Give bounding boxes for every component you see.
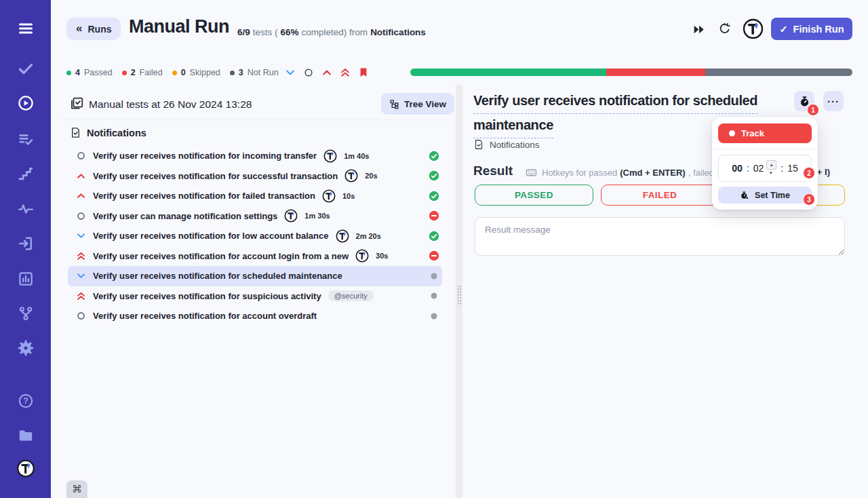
testomat-logo-icon [336,229,349,243]
run-progress-bar [410,69,852,76]
circle-filter-icon[interactable] [303,67,314,78]
run-progress-summary: 6/9 tests ( 66% completed) from Notifica… [237,27,426,37]
status-dot-icon [230,71,235,75]
more-options-button[interactable]: ··· [823,91,844,111]
counter-skipped[interactable]: 0Skipped [172,68,220,77]
status-passed-icon [429,170,439,181]
status-notrun-icon [429,271,439,282]
progress-segment-notrun [705,69,852,76]
sidebar-activity-icon[interactable] [18,201,34,217]
test-row[interactable]: Verify user receives notification for sc… [68,266,442,286]
test-row[interactable]: Verify user receives notification for lo… [68,226,442,246]
double-chevron-up-filter-icon[interactable] [340,67,351,78]
result-message-input[interactable] [475,217,845,256]
stepper-up-icon[interactable]: ▲ [766,160,776,170]
record-dot-icon [729,130,735,136]
minutes-field[interactable]: 02 [753,163,764,174]
test-title: Verify user receives notification for fa… [93,191,315,201]
status-passed-icon [429,151,439,161]
status-passed-icon [429,191,439,202]
tree-view-button[interactable]: Tree View [381,93,454,115]
time-input[interactable]: 00 : 02 ▲ ▼ : 15 2 [718,155,812,182]
test-row[interactable]: Verify user receives notification for su… [68,166,442,187]
track-time-button[interactable]: Track [718,123,812,143]
stopwatch-gear-icon [740,191,749,200]
panel-splitter[interactable] [456,85,462,498]
counter-failed[interactable]: 2Failed [122,68,163,77]
command-icon: ⌘ [72,483,82,495]
testomat-logo-icon [322,189,336,203]
priority-circle-icon [76,151,86,161]
step-badge-3: 3 [803,193,815,206]
detail-suite-row[interactable]: Notifications [473,139,540,150]
status-dot-icon [172,71,177,75]
chevron-up-filter-icon[interactable] [321,67,332,78]
test-row[interactable]: Verify user receives notification for fa… [68,186,442,206]
keyboard-icon [526,167,539,178]
test-row[interactable]: Verify user receives notification for su… [68,286,442,307]
timer-popup: Track 00 : 02 ▲ ▼ : 15 2 Set Time 3 [712,117,818,210]
minutes-stepper[interactable]: ▲ ▼ [766,160,776,177]
hours-field[interactable]: 00 [732,163,743,174]
test-tag[interactable]: @security [328,290,374,301]
status-counters: 4Passed2Failed0Skipped3Not Run [66,68,279,77]
sidebar-logo-icon[interactable] [16,459,35,478]
passed-button[interactable]: PASSED [475,185,593,206]
chevron-down-filter-icon[interactable] [285,67,296,78]
timer-history-icon[interactable] [718,22,731,35]
finish-run-button[interactable]: ✓ Finish Run [771,18,852,40]
test-duration: 2m 20s [356,232,381,240]
testomat-logo-icon[interactable] [743,18,764,39]
failed-button[interactable]: FAILED [601,185,719,206]
priority-double-up-icon [76,291,86,301]
test-title: Verify user receives notification for sc… [93,271,342,281]
sidebar-bar-chart-icon[interactable] [18,271,34,287]
run-title: Manual tests at 26 Nov 2024 13:28 [89,98,252,111]
status-failed-icon [429,210,439,221]
test-row[interactable]: Verify user can manage notification sett… [68,206,442,227]
timer-button[interactable]: 1 [794,91,814,111]
testomat-logo-icon [344,169,358,183]
run-checklist-icon [70,96,84,111]
priority-circle-icon [76,311,86,321]
counter-passed[interactable]: 4Passed [66,68,113,77]
skip-forward-icon[interactable] [692,23,705,36]
counter-not-run[interactable]: 3Not Run [230,68,279,77]
back-to-runs-button[interactable]: « Runs [66,18,121,40]
test-row[interactable]: Verify user receives notification for in… [68,146,442,166]
sidebar-steps-icon[interactable] [18,166,34,182]
tests-fraction: 6/9 [237,27,250,37]
test-list: Verify user receives notification for in… [68,146,442,326]
test-duration: 1m 30s [304,212,330,220]
priority-up-icon [76,191,86,201]
app-root: ? « Runs Manual Run 6/9 tests ( 66% comp… [0,0,868,498]
panel-divider [61,119,449,120]
test-duration: 10s [342,192,355,200]
sidebar-list-check-icon[interactable] [18,131,34,147]
testomat-logo-icon [323,149,337,163]
test-row[interactable]: Verify user receives notification for ac… [68,246,442,267]
suite-header[interactable]: Notifications [70,127,146,138]
splitter-drag-handle[interactable] [457,285,462,305]
status-notrun-icon [429,311,439,322]
test-title: Verify user can manage notification sett… [93,211,277,221]
test-row[interactable]: Verify user receives notification for ac… [68,306,442,326]
sidebar-branch-icon[interactable] [18,305,34,322]
sidebar-gear-icon[interactable] [18,340,34,356]
sidebar-menu-icon[interactable] [18,20,34,37]
test-title: Verify user receives notification for su… [93,291,321,301]
sidebar-help-icon[interactable]: ? [18,393,34,409]
stepper-down-icon[interactable]: ▼ [766,170,775,177]
sidebar-import-icon[interactable] [18,235,34,252]
command-key-button[interactable]: ⌘ [66,480,87,498]
sidebar-folder-icon[interactable] [18,427,34,444]
svg-text:?: ? [23,396,28,406]
sidebar-check-icon[interactable] [18,60,34,77]
priority-circle-icon [76,211,86,221]
seconds-field[interactable]: 15 [787,163,798,174]
check-icon: ✓ [779,24,787,35]
set-time-button[interactable]: Set Time 3 [718,187,812,204]
hotkeys-hint: Hotkeys for passed (Cmd + ENTER) , faile… [526,167,714,178]
bookmark-filter-icon[interactable] [358,67,369,78]
sidebar-play-circle-icon[interactable] [18,95,34,111]
